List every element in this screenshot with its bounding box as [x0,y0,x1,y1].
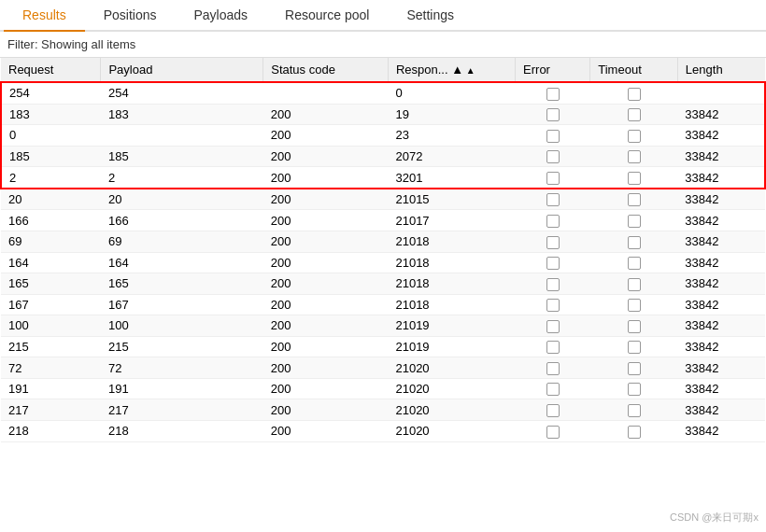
timeout-cell[interactable] [590,125,678,147]
tab-settings[interactable]: Settings [388,0,473,30]
table-row[interactable]: 2152152002101933842 [1,336,765,357]
timeout-checkbox[interactable] [628,172,641,185]
error-checkbox[interactable] [546,88,560,101]
table-row[interactable]: 2172172002102033842 [1,399,765,421]
table-row[interactable]: 22200320133842 [1,167,765,189]
error-checkbox[interactable] [546,215,560,228]
error-checkbox[interactable] [546,172,560,185]
table-row[interactable]: 1661662002101733842 [1,210,765,231]
error-cell[interactable] [516,378,590,399]
error-cell[interactable] [516,189,590,210]
payload-cell: 69 [101,231,263,252]
error-cell[interactable] [516,231,590,252]
table-row[interactable]: 2542540 [1,82,765,104]
table-row[interactable]: 185185200207233842 [1,146,765,167]
error-cell[interactable] [516,399,590,421]
timeout-cell[interactable] [590,231,678,252]
error-checkbox[interactable] [546,383,560,396]
tab-results[interactable]: Results [4,0,85,30]
table-row[interactable]: 72722002102033842 [1,357,765,379]
timeout-checkbox[interactable] [628,383,641,396]
error-checkbox[interactable] [546,193,560,206]
col-header-respon-[interactable]: Respon... ▲ [388,58,515,82]
error-cell[interactable] [516,294,590,315]
table-row[interactable]: 2182182002102033842 [1,421,765,442]
error-cell[interactable] [516,146,590,167]
error-cell[interactable] [516,104,590,125]
table-row[interactable]: 1651652002101833842 [1,273,765,295]
timeout-cell[interactable] [590,252,678,273]
tab-payloads[interactable]: Payloads [176,0,267,30]
timeout-cell[interactable] [590,146,678,167]
error-checkbox[interactable] [546,341,560,354]
table-row[interactable]: 1671672002101833842 [1,294,765,315]
error-cell[interactable] [516,315,590,337]
table-row[interactable]: 1001002002101933842 [1,315,765,337]
timeout-cell[interactable] [590,336,678,357]
error-checkbox[interactable] [546,299,560,312]
timeout-cell[interactable] [590,294,678,315]
timeout-checkbox[interactable] [628,215,641,228]
col-header-request: Request [1,58,101,82]
timeout-checkbox[interactable] [628,257,641,270]
timeout-cell[interactable] [590,273,678,295]
table-row[interactable]: 1641642002101833842 [1,252,765,273]
table-container[interactable]: RequestPayloadStatus codeRespon... ▲Erro… [0,58,766,526]
error-checkbox[interactable] [546,426,560,439]
error-cell[interactable] [516,421,590,442]
error-cell[interactable] [516,167,590,189]
timeout-cell[interactable] [590,167,678,189]
length-cell [677,82,765,104]
timeout-cell[interactable] [590,104,678,125]
timeout-checkbox[interactable] [628,88,641,101]
timeout-checkbox[interactable] [628,150,641,163]
timeout-cell[interactable] [590,357,678,379]
timeout-checkbox[interactable] [628,404,641,417]
error-cell[interactable] [516,336,590,357]
error-checkbox[interactable] [546,362,560,375]
timeout-cell[interactable] [590,421,678,442]
timeout-cell[interactable] [590,399,678,421]
table-row[interactable]: 02002333842 [1,125,765,147]
timeout-checkbox[interactable] [628,362,641,375]
tab-resource-pool[interactable]: Resource pool [266,0,388,30]
timeout-checkbox[interactable] [628,320,641,333]
timeout-checkbox[interactable] [628,236,641,249]
timeout-checkbox[interactable] [628,130,641,143]
timeout-checkbox[interactable] [628,426,641,439]
timeout-cell[interactable] [590,315,678,337]
error-checkbox[interactable] [546,404,560,417]
response-cell: 21017 [388,210,515,231]
filter-bar: Filter: Showing all items [0,32,766,58]
error-checkbox[interactable] [546,257,560,270]
table-row[interactable]: 1911912002102033842 [1,378,765,399]
timeout-checkbox[interactable] [628,278,641,291]
error-cell[interactable] [516,357,590,379]
error-checkbox[interactable] [546,320,560,333]
error-checkbox[interactable] [546,236,560,249]
error-checkbox[interactable] [546,108,560,121]
error-cell[interactable] [516,125,590,147]
timeout-cell[interactable] [590,189,678,210]
error-checkbox[interactable] [546,150,560,163]
timeout-cell[interactable] [590,378,678,399]
col-header-timeout: Timeout [590,58,678,82]
timeout-cell[interactable] [590,82,678,104]
tab-positions[interactable]: Positions [85,0,176,30]
error-cell[interactable] [516,252,590,273]
error-cell[interactable] [516,82,590,104]
error-checkbox[interactable] [546,278,560,291]
timeout-checkbox[interactable] [628,108,641,121]
timeout-cell[interactable] [590,210,678,231]
error-checkbox[interactable] [546,130,560,143]
table-row[interactable]: 69692002101833842 [1,231,765,252]
status-cell: 200 [263,357,389,379]
error-cell[interactable] [516,273,590,295]
error-cell[interactable] [516,210,590,231]
timeout-checkbox[interactable] [628,193,641,206]
table-row[interactable]: 1831832001933842 [1,104,765,125]
table-row[interactable]: 20202002101533842 [1,189,765,210]
timeout-checkbox[interactable] [628,341,641,354]
response-cell: 21015 [388,189,515,210]
timeout-checkbox[interactable] [628,299,641,312]
